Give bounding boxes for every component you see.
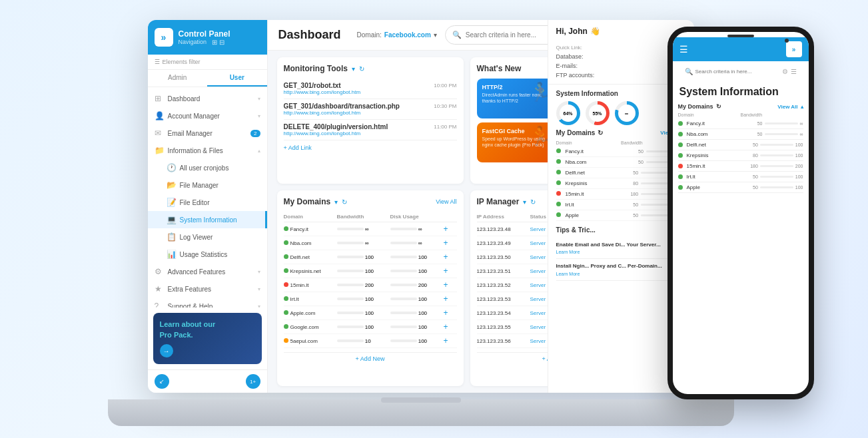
learn-more-link[interactable]: Learn More: [556, 272, 686, 276]
add-row-icon[interactable]: +: [444, 238, 457, 248]
sidebar-item-support[interactable]: ? Support & Help ▾: [148, 298, 267, 308]
sidebar-item-cronjobs[interactable]: 🕐 All user cronjobs: [148, 159, 267, 176]
right-domain-row: Delfi.net 50 100: [556, 168, 686, 178]
mobile-search-input[interactable]: [695, 69, 779, 75]
refresh-icon[interactable]: ↻: [359, 65, 364, 73]
mobile-domains-header: My Domains ↻ View All ▴: [678, 103, 803, 110]
table-row: Google.com 100 100 +: [284, 320, 457, 334]
add-row-icon[interactable]: +: [444, 308, 457, 318]
add-row-icon[interactable]: +: [444, 294, 457, 304]
chevron-down-icon[interactable]: ▾: [523, 198, 526, 206]
mobile-menu-icon[interactable]: ☰: [679, 44, 688, 55]
mobile-view-all[interactable]: View All: [777, 104, 797, 110]
search-bar: 🔍 ⚙ ☰: [445, 25, 548, 45]
dashboard-body: Monitoring Tools ▾ ↻ GET_301/robot.txt 1…: [268, 51, 548, 393]
add-row-icon[interactable]: +: [444, 280, 457, 290]
right-domains-list: Fancy.it 50 ∞ Nba.com 50 ∞ Delfi.net 50 …: [556, 146, 686, 221]
sidebar-item-log-viewer[interactable]: 📋 Log Viewer: [148, 228, 267, 246]
monitoring-tools-header: Monitoring Tools ▾ ↻: [284, 64, 457, 73]
add-new-ip-button[interactable]: + Add New: [477, 352, 548, 365]
learn-more-link[interactable]: Learn More: [556, 250, 686, 254]
chevron-right-icon: ▾: [258, 96, 260, 102]
domains-table: Domain Bandwidth Disk Usage Fancy.it ∞ ∞…: [284, 212, 457, 348]
add-row-icon[interactable]: +: [444, 322, 457, 331]
add-link-button[interactable]: + Add Link: [284, 144, 457, 151]
running-figure-icon: 🏃: [529, 81, 548, 103]
laptop-wrapper: » Control Panel Navigation ⊞ ⊟ ☰ Element…: [68, 13, 801, 426]
view-all-domains[interactable]: View All: [436, 198, 456, 205]
quick-link-emails[interactable]: E-mails:: [556, 61, 686, 71]
gauges-row: 64% 55% ∞: [556, 101, 686, 125]
grid-icon: ⊞ ⊟: [212, 39, 224, 46]
chevron-down-icon[interactable]: ▾: [334, 198, 338, 206]
add-row-icon[interactable]: +: [444, 336, 457, 345]
mon-method: GET_301/dashboard/transaction.php: [284, 103, 400, 110]
back-icon[interactable]: ↙: [155, 374, 169, 389]
promo-button[interactable]: →: [160, 344, 173, 357]
mobile-domain-row: Delfi.net 50 100: [678, 140, 803, 150]
chevron-down-icon[interactable]: ▾: [352, 65, 355, 73]
monitoring-tools-panel: Monitoring Tools ▾ ↻ GET_301/robot.txt 1…: [277, 57, 464, 184]
mobile-col-headers: Domain Bandwidth: [678, 112, 803, 117]
table-row: 123.123.23.48 Server Yes 5 +: [477, 222, 548, 236]
sidebar-item-advanced[interactable]: ⚙ Advanced Features ▾: [148, 263, 267, 280]
tips-section: Tips & Tric... Enable Email and Save Di.…: [556, 226, 686, 281]
tab-admin[interactable]: Admin: [148, 70, 208, 87]
sidebar-item-file-manager[interactable]: 📂 File Manager: [148, 176, 267, 194]
account-icon: 👤: [155, 111, 164, 120]
system-info-title: System Information: [556, 90, 686, 97]
filter-icon: ☰: [155, 59, 160, 65]
feature-card-fastcgi: FastCGI Cache Speed up WordPress by usin…: [477, 122, 548, 162]
dashboard-icon: ⊞: [155, 94, 164, 103]
gear-icon: ⚙: [155, 267, 164, 276]
sidebar-item-email-manager[interactable]: ✉ Email Manager 2: [148, 124, 267, 142]
add-row-icon[interactable]: +: [444, 252, 457, 262]
sidebar-item-account-manager[interactable]: 👤 Account Manager ▾: [148, 107, 267, 124]
chart-icon: 📊: [167, 250, 176, 259]
sidebar-item-file-editor[interactable]: 📝 File Editor: [148, 194, 267, 211]
gauge-value: 64%: [560, 105, 577, 122]
wave-icon: 👋: [590, 27, 600, 36]
mon-url[interactable]: http://www.bing.com/longbot.htm: [284, 89, 457, 95]
topbar: Dashboard Domain: Facebook.com ▾ 🔍 ⚙ ☰: [268, 20, 548, 51]
mobile-settings-icon[interactable]: ☰: [791, 68, 797, 75]
sidebar-item-usage-stats[interactable]: 📊 Usage Statistics: [148, 246, 267, 263]
mobile-filter-icon[interactable]: ⚙: [782, 68, 788, 75]
sidebar-item-info-files[interactable]: 📁 Information & Files ▴: [148, 142, 267, 159]
add-row-icon[interactable]: +: [444, 266, 457, 276]
table-row: 123.123.23.54 Server Yes 3 +: [477, 306, 548, 320]
ip-manager-title: IP Manager: [477, 197, 520, 206]
chevron-down-icon: ▾: [434, 31, 437, 39]
domain-selector: Domain: Facebook.com ▾: [357, 31, 437, 39]
search-input[interactable]: [466, 31, 548, 39]
add-new-domain-button[interactable]: + Add New: [284, 352, 457, 365]
quick-link-ftp[interactable]: FTP accounts:: [556, 71, 686, 80]
sidebar-item-extra[interactable]: ★ Extra Features ▾: [148, 280, 267, 298]
sidebar-tabs: Admin User: [148, 70, 267, 87]
monitor-icon: 💻: [167, 215, 176, 224]
chevron-up-icon: ▴: [801, 104, 803, 110]
refresh-icon[interactable]: ↻: [530, 198, 536, 206]
refresh-icon[interactable]: ↻: [342, 198, 347, 206]
table-row: 123.123.23.52 Server Yes 3 +: [477, 278, 548, 292]
mon-url[interactable]: http://www.bing.com/longbot.htm: [284, 110, 457, 116]
domain-link[interactable]: Facebook.com: [384, 31, 431, 39]
file-edit-icon: 📝: [167, 198, 176, 207]
user-count-icon[interactable]: 1+: [246, 374, 260, 389]
tab-user[interactable]: User: [207, 70, 267, 87]
mobile-body: My Domains ↻ View All ▴ Domain Bandwidth…: [673, 101, 809, 369]
add-row-icon[interactable]: +: [444, 224, 457, 234]
app-name: Control Panel: [179, 29, 230, 39]
refresh-icon[interactable]: ↻: [716, 103, 721, 110]
sidebar-item-system-info[interactable]: 💻 System Information: [148, 211, 267, 228]
chevron-down-icon: ▴: [258, 148, 260, 154]
refresh-icon[interactable]: ↻: [598, 129, 603, 136]
promo-banner: Learn about our Pro Pack. →: [153, 313, 262, 364]
mon-url[interactable]: http://www.bing.com/longbot.htm: [284, 130, 457, 136]
right-domain-row: Fancy.it 50 ∞: [556, 146, 686, 157]
mobile-domains-list: Fancy.it 50 ∞ Nba.com 50 ∞ Delfi.net 50 …: [678, 118, 803, 193]
sidebar-item-dashboard[interactable]: ⊞ Dashboard ▾: [148, 90, 267, 107]
email-badge: 2: [250, 130, 260, 137]
right-domain-row: 15min.lt 180 200: [556, 189, 686, 200]
quick-link-database[interactable]: Database:: [556, 52, 686, 61]
